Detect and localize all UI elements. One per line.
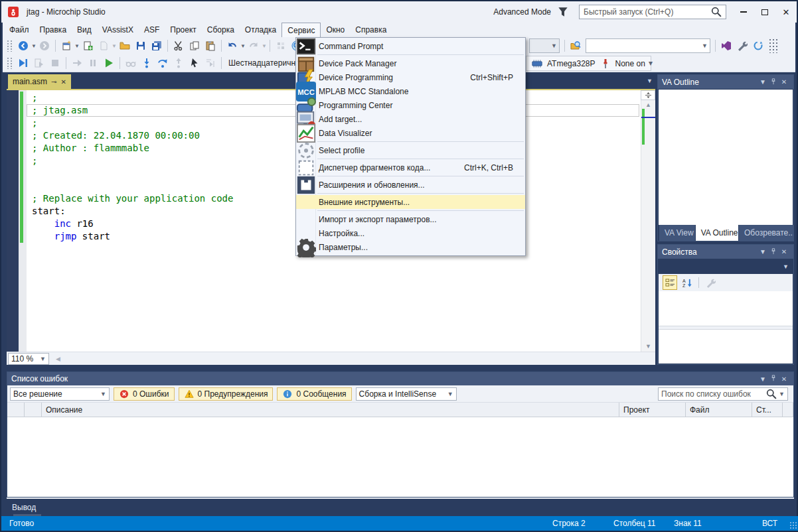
save-button[interactable] bbox=[133, 38, 149, 53]
window-position-chevron-icon[interactable]: ▼ bbox=[758, 78, 768, 86]
cut-button[interactable] bbox=[171, 38, 187, 53]
copy-button[interactable] bbox=[187, 38, 202, 53]
menu-item-mplab-mcc-standalone[interactable]: MCCMPLAB MCC Standalone bbox=[296, 84, 525, 98]
new-file-button[interactable] bbox=[96, 38, 112, 53]
pin-icon[interactable]: ⊸ bbox=[51, 78, 56, 86]
debug-pause-button[interactable] bbox=[85, 56, 101, 70]
quick-launch-box[interactable] bbox=[579, 5, 726, 19]
debug-continue-button[interactable] bbox=[15, 56, 31, 70]
maximize-button[interactable] bbox=[754, 3, 775, 21]
cursor-arrow-button[interactable] bbox=[187, 56, 202, 70]
nav-forward-button[interactable] bbox=[37, 38, 52, 53]
breakpoint-margin[interactable] bbox=[7, 90, 19, 352]
toolbar-combo[interactable]: ▼ bbox=[529, 38, 560, 53]
va-outline-header[interactable]: VA Outline ▼ ✕ bbox=[658, 75, 793, 89]
close-button[interactable]: ✕ bbox=[775, 3, 797, 21]
paste-button[interactable] bbox=[202, 38, 218, 53]
menubar-item-asf[interactable]: ASF bbox=[139, 23, 165, 37]
nav-back-button[interactable] bbox=[15, 38, 31, 53]
open-folder-button[interactable] bbox=[117, 38, 133, 53]
column-header-описание[interactable]: Описание bbox=[42, 403, 619, 417]
menubar-item-вид[interactable]: Вид bbox=[72, 23, 97, 37]
column-header-1[interactable] bbox=[25, 403, 42, 417]
step-out-button[interactable] bbox=[171, 56, 187, 70]
menu-item-external-tools[interactable]: Внешние инструменты... bbox=[296, 195, 525, 209]
add-item-button[interactable] bbox=[80, 38, 96, 53]
chevron-down-icon[interactable]: ▼ bbox=[74, 38, 80, 53]
split-editor-handle[interactable] bbox=[641, 90, 655, 100]
tool-tab-va-view[interactable]: VA View bbox=[659, 225, 695, 241]
close-icon[interactable]: ✕ bbox=[779, 248, 789, 255]
close-icon[interactable]: ✕ bbox=[779, 78, 789, 86]
menubar-item-справка[interactable]: Справка bbox=[350, 23, 392, 37]
vertical-scrollbar[interactable]: ▲ ▼ bbox=[641, 90, 655, 352]
window-position-chevron-icon[interactable]: ▼ bbox=[758, 375, 768, 383]
chevron-down-icon[interactable]: ▼ bbox=[262, 38, 267, 53]
redo-button[interactable] bbox=[246, 38, 262, 53]
pin-icon[interactable] bbox=[768, 375, 779, 383]
menu-item-options[interactable]: Параметры... bbox=[296, 240, 525, 254]
step-over-button[interactable] bbox=[155, 56, 171, 70]
run-green-button[interactable] bbox=[101, 56, 117, 70]
menubar-item-проект[interactable]: Проект bbox=[165, 23, 202, 37]
properties-object-select[interactable]: ▼ bbox=[659, 259, 793, 274]
quick-launch-input[interactable] bbox=[584, 7, 711, 17]
warnings-filter-button[interactable]: 0 Предупреждения bbox=[179, 387, 274, 401]
pin-icon[interactable] bbox=[768, 248, 779, 256]
attach-button[interactable] bbox=[69, 56, 85, 70]
chevron-down-icon[interactable]: ▼ bbox=[240, 38, 246, 53]
menu-item-command-prompt[interactable]: Command Prompt bbox=[296, 39, 525, 53]
window-position-chevron-icon[interactable]: ▼ bbox=[758, 248, 768, 255]
menu-item-add-target[interactable]: Add target... bbox=[296, 112, 525, 126]
menu-item-customize[interactable]: Настройка... bbox=[296, 226, 525, 240]
property-pages-wrench-icon[interactable] bbox=[703, 275, 718, 290]
editor-zoom-select[interactable]: 110 % ▼ bbox=[8, 353, 49, 365]
menu-item-extensions-updates[interactable]: Расширения и обновления... bbox=[296, 178, 525, 192]
advanced-mode-label[interactable]: Advanced Mode bbox=[493, 7, 551, 17]
debug-stop-button[interactable] bbox=[47, 56, 63, 70]
menubar-item-отладка[interactable]: Отладка bbox=[240, 23, 281, 37]
menu-item-device-programming[interactable]: Device ProgrammingCtrl+Shift+P bbox=[296, 70, 525, 84]
device-name[interactable]: ATmega328P bbox=[547, 59, 596, 68]
menubar-item-правка[interactable]: Правка bbox=[35, 23, 72, 37]
wrench-button[interactable] bbox=[734, 38, 750, 53]
funnel-icon[interactable] bbox=[558, 7, 568, 17]
pin-icon[interactable] bbox=[768, 78, 779, 86]
menubar-item-окно[interactable]: Окно bbox=[321, 23, 350, 37]
categorized-icon[interactable] bbox=[663, 275, 677, 290]
menu-item-data-visualizer[interactable]: Data Visualizer bbox=[296, 126, 525, 140]
toolbar-grip[interactable] bbox=[7, 40, 13, 52]
messages-filter-button[interactable]: 0 Сообщения bbox=[277, 387, 351, 401]
column-header-ст-[interactable]: Ст... bbox=[752, 403, 783, 417]
menu-item-select-profile[interactable]: Select profile bbox=[296, 143, 525, 157]
errors-filter-button[interactable]: 0 Ошибки bbox=[114, 387, 175, 401]
toolbar-combo[interactable]: ▼ bbox=[586, 38, 710, 53]
menu-item-code-snippets-manager[interactable]: Диспетчер фрагментов кода...Ctrl+K, Ctrl… bbox=[296, 161, 525, 174]
debugger-name[interactable]: None on bbox=[615, 59, 645, 68]
menubar-item-файл[interactable]: Файл bbox=[4, 23, 35, 37]
close-icon[interactable]: ✕ bbox=[60, 78, 66, 86]
scroll-left-icon[interactable]: ◀ bbox=[56, 356, 60, 362]
block-select-button[interactable] bbox=[273, 38, 289, 53]
scroll-down-icon[interactable]: ▼ bbox=[641, 343, 655, 350]
run-to-cursor-button[interactable] bbox=[202, 56, 218, 70]
toolbar-overflow-chevron-icon[interactable]: ▾ bbox=[648, 56, 653, 70]
column-header-0[interactable] bbox=[7, 403, 25, 417]
scope-filter-select[interactable]: Все решение▼ bbox=[10, 387, 110, 401]
menubar-item-vassistx[interactable]: VAssistX bbox=[97, 23, 139, 37]
column-header-6[interactable] bbox=[783, 403, 793, 417]
breakpoints-glasses-button[interactable] bbox=[123, 56, 139, 70]
file-list-chevron-icon[interactable]: ▼ bbox=[647, 78, 653, 84]
tool-tab-обозревате-[interactable]: Обозревате... bbox=[739, 225, 793, 241]
menubar-item-сборка[interactable]: Сборка bbox=[202, 23, 240, 37]
column-header-проект[interactable]: Проект bbox=[619, 403, 686, 417]
error-search-input[interactable] bbox=[661, 389, 766, 399]
close-icon[interactable]: ✕ bbox=[779, 375, 789, 383]
sort-alphabetical-icon[interactable]: AZ bbox=[680, 275, 694, 290]
feedback-button[interactable] bbox=[750, 38, 766, 53]
source-filter-select[interactable]: Сборка и IntelliSense▼ bbox=[356, 387, 457, 401]
tool-tab-va-outline[interactable]: VA Outline bbox=[696, 225, 738, 241]
document-tab-main-asm[interactable]: main.asm ⊸ ✕ bbox=[8, 74, 71, 89]
properties-splitter[interactable] bbox=[659, 326, 793, 330]
chevron-down-icon[interactable]: ▼ bbox=[31, 38, 37, 53]
